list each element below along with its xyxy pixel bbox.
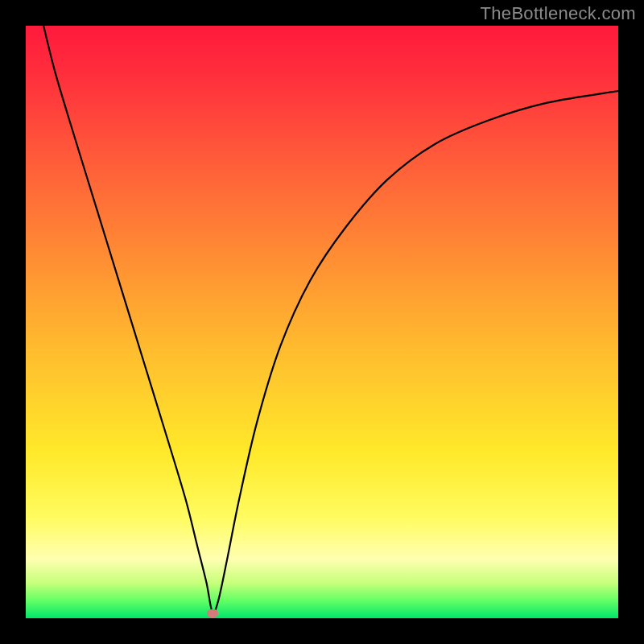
watermark-text: TheBottleneck.com [481, 3, 636, 24]
optimal-point-marker [207, 609, 218, 617]
bottleneck-curve [43, 26, 618, 613]
curve-svg [26, 26, 618, 618]
plot-area [26, 26, 618, 618]
chart-frame: TheBottleneck.com [0, 0, 644, 644]
